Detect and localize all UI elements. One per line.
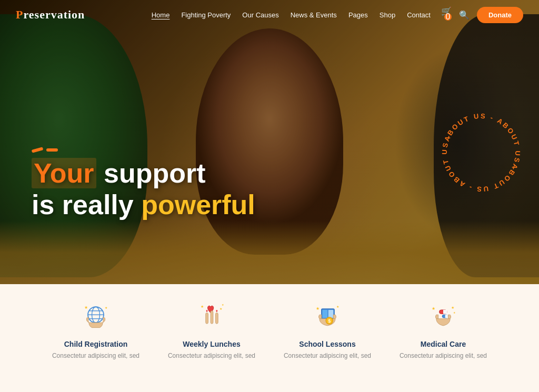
main-nav: Home Fighting Poverty Our Causes News & … bbox=[152, 11, 431, 19]
medical-care-icon: ★ ★ ★ bbox=[426, 300, 460, 334]
hero-title: Your support is really powerful bbox=[32, 158, 255, 221]
medical-care-desc: Consectetur adipiscing elit, sed bbox=[400, 351, 487, 360]
service-card-weekly-lunches: ★ ★ ★ Weekly Lunches Consectetur adipisc… bbox=[154, 300, 270, 360]
nav-news-events[interactable]: News & Events bbox=[291, 11, 337, 19]
medical-care-title: Medical Care bbox=[421, 340, 466, 348]
dash-2 bbox=[46, 148, 58, 152]
hero-line2: is really powerful bbox=[32, 189, 255, 221]
about-us-svg: ABOUT US - ABOUT US - ABOUT US - ABOUT U… bbox=[434, 105, 528, 200]
child-registration-title: Child Registration bbox=[64, 340, 128, 348]
svg-rect-17 bbox=[328, 310, 333, 318]
nav-home[interactable]: Home bbox=[152, 11, 170, 19]
svg-text:★: ★ bbox=[316, 306, 320, 311]
svg-text:$: $ bbox=[328, 318, 331, 324]
svg-text:★: ★ bbox=[219, 307, 222, 310]
svg-rect-24 bbox=[443, 310, 447, 314]
svg-text:★: ★ bbox=[336, 305, 339, 308]
svg-text:ABOUT US - ABOUT US -: ABOUT US - ABOUT US - bbox=[441, 133, 520, 194]
svg-rect-9 bbox=[206, 313, 208, 324]
donate-button[interactable]: Donate bbox=[477, 7, 523, 23]
svg-rect-11 bbox=[216, 313, 218, 324]
service-card-medical-care: ★ ★ ★ Medical Care Consectetur adipiscin… bbox=[385, 300, 501, 360]
hero-decorative-dashes bbox=[32, 148, 255, 152]
school-lessons-icon: $ ★ ★ bbox=[311, 300, 344, 334]
svg-text:★: ★ bbox=[201, 305, 204, 308]
hero-line1: Your support bbox=[32, 158, 255, 189]
svg-text:★: ★ bbox=[222, 304, 224, 306]
services-section: ★ ★ Child Registration Consectetur adipi… bbox=[0, 284, 539, 392]
svg-rect-10 bbox=[211, 311, 213, 324]
weekly-lunches-desc: Consectetur adipiscing elit, sed bbox=[168, 351, 255, 360]
nav-shop[interactable]: Shop bbox=[380, 11, 395, 19]
hero-highlight-powerful: powerful bbox=[141, 189, 255, 220]
school-lessons-title: School Lessons bbox=[299, 340, 355, 348]
search-icon[interactable]: 🔍 bbox=[459, 10, 470, 20]
svg-text:★: ★ bbox=[432, 306, 435, 311]
header-icons: 🛒 0 🔍 bbox=[441, 6, 470, 24]
nav-pages[interactable]: Pages bbox=[348, 11, 368, 19]
hero-section: Your support is really powerful ABOUT US… bbox=[0, 0, 539, 284]
nav-our-causes[interactable]: Our Causes bbox=[242, 11, 278, 19]
child-registration-desc: Consectetur adipiscing elit, sed bbox=[52, 351, 139, 360]
nav-contact[interactable]: Contact bbox=[407, 11, 431, 19]
svg-text:ABOUT US - ABOUT US -: ABOUT US - ABOUT US - bbox=[443, 112, 522, 173]
weekly-lunches-icon: ★ ★ ★ bbox=[195, 300, 228, 334]
svg-rect-16 bbox=[323, 310, 327, 318]
weekly-lunches-title: Weekly Lunches bbox=[183, 340, 240, 348]
site-logo[interactable]: PPreservationreservation bbox=[16, 8, 85, 22]
svg-text:★: ★ bbox=[451, 306, 454, 309]
hero-highlight-your: Your bbox=[32, 158, 96, 188]
cart-icon[interactable]: 🛒 0 bbox=[441, 6, 452, 24]
child-registration-icon: ★ ★ bbox=[79, 300, 113, 334]
svg-text:★: ★ bbox=[84, 305, 88, 310]
svg-rect-27 bbox=[445, 315, 448, 318]
svg-text:★: ★ bbox=[105, 306, 107, 309]
nav-fighting-poverty[interactable]: Fighting Poverty bbox=[181, 11, 231, 19]
cart-badge: 0 bbox=[444, 13, 452, 21]
hero-content: Your support is really powerful bbox=[32, 148, 255, 221]
service-card-school-lessons: $ ★ ★ School Lessons Consectetur adipisc… bbox=[270, 300, 385, 360]
svg-text:★: ★ bbox=[453, 311, 456, 314]
header: PPreservationreservation Home Fighting P… bbox=[0, 0, 539, 29]
school-lessons-desc: Consectetur adipiscing elit, sed bbox=[284, 351, 371, 360]
about-us-rotated-text: ABOUT US - ABOUT US - ABOUT US - ABOUT U… bbox=[434, 105, 528, 200]
service-card-child-registration: ★ ★ Child Registration Consectetur adipi… bbox=[38, 300, 154, 360]
